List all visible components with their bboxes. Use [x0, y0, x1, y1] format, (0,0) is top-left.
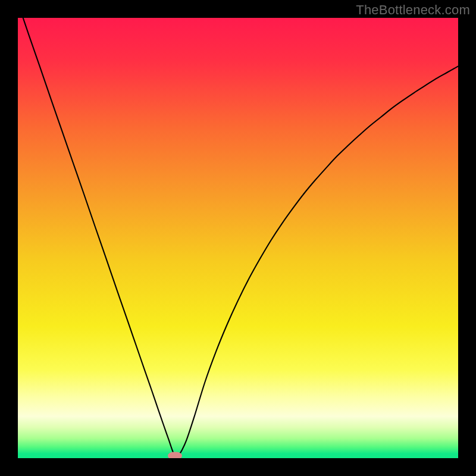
bottleneck-curve	[18, 18, 458, 458]
optimum-marker	[168, 452, 182, 458]
watermark-text: TheBottleneck.com	[356, 2, 470, 18]
plot-area	[18, 18, 458, 458]
chart-frame: TheBottleneck.com	[0, 0, 476, 476]
